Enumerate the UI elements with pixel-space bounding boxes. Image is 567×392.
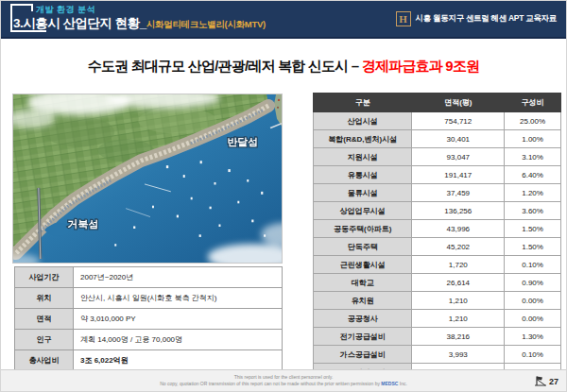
- slide-title-sub: 시화멀티테크노밸리(시화MTV): [146, 19, 266, 29]
- table-row: 유치원1,2100.00%: [314, 292, 561, 310]
- category-cell: 공동주택(아파트): [314, 220, 412, 238]
- column-header: 구분: [314, 94, 412, 112]
- table-row: 지원시설93,0473.10%: [314, 148, 561, 166]
- ratio-cell: 0.10%: [505, 256, 561, 274]
- area-cell: 1,210: [412, 310, 505, 328]
- ratio-cell: 0.90%: [505, 274, 561, 292]
- info-value: 계획 14,000명 / 고용 70,000명: [74, 330, 283, 350]
- area-cell: 43,996: [412, 220, 505, 238]
- category-cell: 물류시설: [314, 184, 412, 202]
- table-header-row: 구분 면적(평) 구성비: [314, 94, 561, 112]
- brand-logo-icon: H: [396, 11, 411, 26]
- table-row: 대학교26,6140.90%: [314, 274, 561, 292]
- footer-line1: This report is used for the client perso…: [1, 374, 566, 381]
- drafting-flag-icon: [534, 375, 547, 386]
- area-cell: 93,047: [412, 148, 505, 166]
- slide-title: 3.시흥시 산업단지 현황_시화멀티테크노밸리(시화MTV): [13, 14, 266, 32]
- category-cell: 단독주택: [314, 238, 412, 256]
- brand-block: H 시흥 월동지구 센트럴 헤센 APT 교육자료: [396, 11, 557, 26]
- headline-main: 수도권 최대규모 산업/관광/레저 복합 신도시 –: [88, 58, 362, 74]
- ratio-cell: 1.00%: [505, 130, 561, 148]
- ratio-cell: 6.40%: [505, 166, 561, 184]
- category-cell: 대학교: [314, 274, 412, 292]
- info-label: 사업기간: [15, 267, 74, 288]
- category-cell: 상업업무시설: [314, 202, 412, 220]
- ratio-cell: 25.00%: [505, 112, 561, 130]
- presentation-slide: 개발 환경 분석 3.시흥시 산업단지 현황_시화멀티테크노밸리(시화MTV) …: [0, 0, 567, 392]
- table-row: 복합(R&D,벤처)시설30,4011.00%: [314, 130, 561, 148]
- area-cell: 754,712: [412, 112, 505, 130]
- area-cell: 38,216: [412, 328, 505, 346]
- category-cell: 산업시설: [314, 112, 412, 130]
- area-cell: 191,417: [412, 166, 505, 184]
- area-cell: 45,202: [412, 238, 505, 256]
- aerial-map-image: 반달섬 거북섬: [12, 94, 283, 264]
- table-row: 근린생활시설1,7200.10%: [314, 256, 561, 274]
- land-use-table: 구분 면적(평) 구성비 산업시설754,71225.00% 복합(R&D,벤처…: [313, 93, 561, 392]
- category-cell: 전기공급설비: [314, 328, 412, 346]
- category-cell: 공공청사: [314, 310, 412, 328]
- table-row: 단독주택45,2021.50%: [314, 238, 561, 256]
- page-title: 수도권 최대규모 산업/관광/레저 복합 신도시 – 경제파급효과 9조원: [1, 58, 566, 76]
- slide-header: 개발 환경 분석 3.시흥시 산업단지 현황_시화멀티테크노밸리(시화MTV) …: [1, 1, 566, 39]
- info-value: 2007년~2020년: [74, 267, 283, 288]
- table-row: 물류시설37,4591.20%: [314, 184, 561, 202]
- info-value: 안산시, 시흥시 일원(시화호 북측 간척지): [74, 288, 283, 309]
- category-cell: 가스공급설비: [314, 346, 412, 364]
- ratio-cell: 0.00%: [505, 292, 561, 310]
- area-cell: 1,720: [412, 256, 505, 274]
- info-label: 면적: [15, 309, 74, 330]
- slide-footer: This report is used for the client perso…: [1, 369, 566, 392]
- table-row: 상업업무시설136,2563.60%: [314, 202, 561, 220]
- column-header: 면적(평): [412, 94, 505, 112]
- table-row: 전기공급설비38,2161.30%: [314, 328, 561, 346]
- title-bracket: [10, 4, 33, 6]
- info-value: 3조 6,022억원: [74, 350, 283, 371]
- table-row: 산업시설754,71225.00%: [314, 112, 561, 130]
- info-value: 약 3,010,000 PY: [74, 309, 283, 330]
- ratio-cell: 0.10%: [505, 346, 561, 364]
- aerial-map-graphic: 반달섬 거북섬: [13, 94, 282, 263]
- category-cell: 유치원: [314, 292, 412, 310]
- map-label-bandalseom: 반달섬: [227, 136, 258, 147]
- footer-disclaimer: This report is used for the client perso…: [1, 374, 566, 387]
- headline-highlight: 경제파급효과 9조원: [362, 58, 480, 74]
- ratio-cell: 3.10%: [505, 148, 561, 166]
- project-info-table: 사업기간 2007년~2020년 위치 안산시, 시흥시 일원(시화호 북측 간…: [14, 266, 283, 371]
- map-label-geobukseom: 거북섬: [68, 218, 99, 230]
- table-row: 위치 안산시, 시흥시 일원(시화호 북측 간척지): [15, 288, 283, 309]
- page-number: 27: [549, 377, 558, 386]
- ratio-cell: 1.20%: [505, 184, 561, 202]
- table-row: 면적 약 3,010,000 PY: [15, 309, 283, 330]
- table-row: 총사업비 3조 6,022억원: [15, 350, 283, 371]
- info-label: 총사업비: [15, 350, 74, 371]
- area-cell: 3,993: [412, 346, 505, 364]
- table-row: 유통시설191,4176.40%: [314, 166, 561, 184]
- brand-text: 시흥 월동지구 센트럴 헤센 APT 교육자료: [416, 13, 557, 25]
- table-row: 인구 계획 14,000명 / 고용 70,000명: [15, 330, 283, 350]
- table-row: 공동주택(아파트)43,9961.50%: [314, 220, 561, 238]
- ratio-cell: 1.50%: [505, 220, 561, 238]
- ratio-cell: 3.60%: [505, 202, 561, 220]
- table-row: 사업기간 2007년~2020년: [15, 267, 283, 288]
- footer-line2: No copy, quotation OR transmission of th…: [1, 381, 566, 387]
- category-cell: 지원시설: [314, 148, 412, 166]
- info-label: 위치: [15, 288, 74, 309]
- area-cell: 1,210: [412, 292, 505, 310]
- table-row: 가스공급설비3,9930.10%: [314, 346, 561, 364]
- footer-brand: MEDSC: [381, 381, 398, 386]
- ratio-cell: 0.00%: [505, 310, 561, 328]
- ratio-cell: 1.50%: [505, 238, 561, 256]
- title-bracket: [10, 4, 12, 31]
- area-cell: 26,614: [412, 274, 505, 292]
- slide-title-main: 3.시흥시 산업단지 현황_: [13, 16, 146, 30]
- area-cell: 30,401: [412, 130, 505, 148]
- page-number-block: 27: [534, 375, 558, 386]
- category-cell: 복합(R&D,벤처)시설: [314, 130, 412, 148]
- ratio-cell: 1.30%: [505, 328, 561, 346]
- category-cell: 근린생활시설: [314, 256, 412, 274]
- area-cell: 136,256: [412, 202, 505, 220]
- category-cell: 유통시설: [314, 166, 412, 184]
- table-row: 공공청사1,2100.00%: [314, 310, 561, 328]
- title-bracket: [31, 4, 33, 11]
